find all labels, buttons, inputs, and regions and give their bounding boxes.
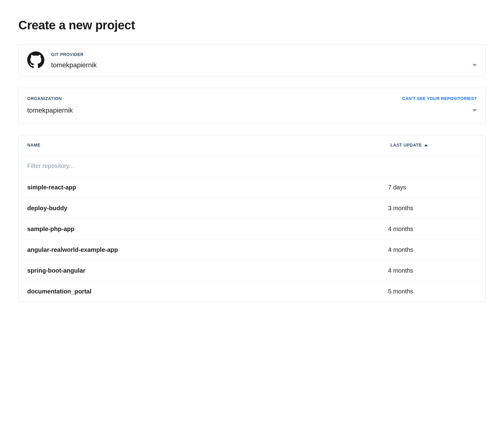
organization-card: ORGANIZATION CAN'T SEE YOUR REPOSITORIES… bbox=[18, 88, 486, 124]
help-link[interactable]: CAN'T SEE YOUR REPOSITORIES? bbox=[402, 96, 477, 101]
chevron-down-icon bbox=[472, 109, 477, 112]
filter-input[interactable] bbox=[27, 162, 477, 170]
table-row[interactable]: spring-boot-angular4 months bbox=[19, 260, 485, 281]
chevron-down-icon bbox=[472, 64, 477, 66]
page-title: Create a new project bbox=[18, 18, 486, 32]
github-icon bbox=[27, 51, 44, 70]
table-row[interactable]: angular-realworld-example-app4 months bbox=[19, 240, 485, 260]
repo-name: simple-react-app bbox=[27, 184, 76, 191]
repo-name: spring-boot-angular bbox=[27, 267, 85, 274]
repo-table-header: NAME LAST UPDATE bbox=[19, 135, 485, 155]
column-header-last-update-label: LAST UPDATE bbox=[391, 143, 422, 147]
repository-list-card: NAME LAST UPDATE simple-react-app7 daysd… bbox=[18, 135, 486, 302]
organization-dropdown[interactable]: tomekpapiernik bbox=[27, 106, 477, 114]
organization-label: ORGANIZATION bbox=[27, 96, 62, 101]
repo-last-update: 7 days bbox=[388, 184, 477, 191]
repo-last-update: 4 months bbox=[388, 267, 477, 274]
column-header-name[interactable]: NAME bbox=[27, 143, 40, 147]
repo-last-update: 3 months bbox=[388, 205, 477, 212]
table-row[interactable]: sample-php-app4 months bbox=[19, 219, 485, 240]
provider-card: GIT PROVIDER tomekpapiernik bbox=[18, 44, 486, 77]
table-row[interactable]: documentation_portal5 months bbox=[19, 281, 485, 302]
repo-last-update: 5 months bbox=[388, 288, 477, 295]
repo-name: sample-php-app bbox=[27, 226, 74, 233]
table-row[interactable]: deploy-buddy3 months bbox=[19, 198, 485, 219]
repo-name: deploy-buddy bbox=[27, 205, 67, 212]
repo-last-update: 4 months bbox=[388, 246, 477, 253]
table-row[interactable]: simple-react-app7 days bbox=[19, 177, 485, 198]
column-header-last-update[interactable]: LAST UPDATE bbox=[391, 143, 428, 147]
organization-value: tomekpapiernik bbox=[27, 106, 73, 114]
filter-row bbox=[19, 155, 485, 177]
repo-name: documentation_portal bbox=[27, 288, 91, 295]
provider-label: GIT PROVIDER bbox=[51, 52, 477, 57]
chevron-up-icon bbox=[424, 144, 428, 146]
provider-value: tomekpapiernik bbox=[51, 61, 97, 69]
repo-name: angular-realworld-example-app bbox=[27, 246, 118, 253]
provider-dropdown[interactable]: tomekpapiernik bbox=[51, 61, 477, 69]
repo-last-update: 4 months bbox=[388, 226, 477, 233]
